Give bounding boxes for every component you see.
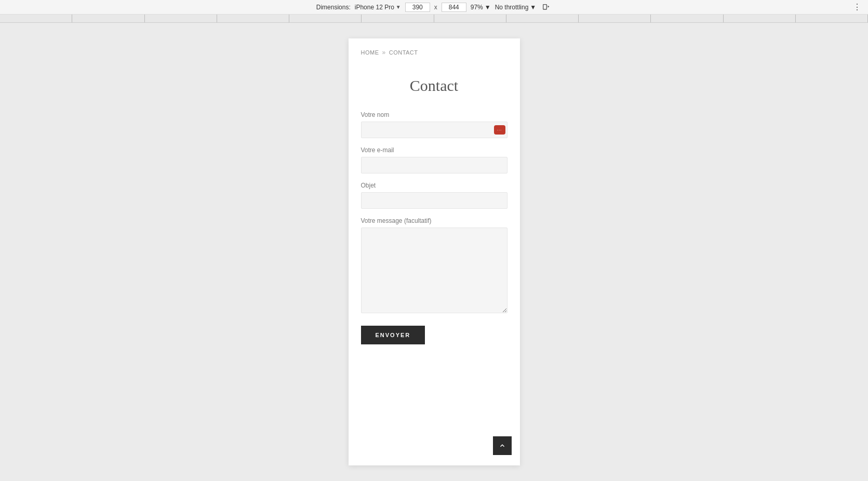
subject-field-group: Objet	[361, 182, 508, 209]
ruler-segment	[72, 15, 144, 22]
ruler-segment	[217, 15, 289, 22]
more-options-icon[interactable]: ⋮	[853, 2, 862, 12]
subject-input[interactable]	[361, 192, 508, 209]
throttle-label: No throttling	[495, 4, 529, 11]
subject-label: Objet	[361, 182, 508, 189]
breadcrumb: HOME » CONTACT	[361, 49, 508, 56]
ruler-segment	[506, 15, 579, 22]
scroll-top-button[interactable]	[493, 436, 512, 455]
toolbar: Dimensions: iPhone 12 Pro ▼ x 97% ▼ No t…	[0, 0, 868, 15]
email-field-group: Votre e-mail	[361, 146, 508, 173]
submit-button[interactable]: ENVOYER	[361, 326, 425, 344]
throttle-selector[interactable]: No throttling ▼	[495, 4, 537, 11]
ruler-segment	[434, 15, 506, 22]
form-bottom-row: ENVOYER	[361, 322, 508, 344]
breadcrumb-current: CONTACT	[389, 49, 418, 56]
email-input[interactable]	[361, 157, 508, 173]
message-field-group: Votre message (facultatif)	[361, 217, 508, 313]
svg-rect-0	[543, 4, 547, 9]
keyboard-icon[interactable]: ···	[494, 125, 505, 135]
width-input[interactable]	[405, 3, 430, 12]
contact-form: Votre nom ··· Votre e-mail Objet Votre m…	[361, 111, 508, 344]
name-input-wrapper: ···	[361, 122, 508, 138]
ruler-segment	[724, 15, 796, 22]
message-label: Votre message (facultatif)	[361, 217, 508, 224]
throttle-chevron-icon: ▼	[530, 4, 536, 11]
ruler-segment	[289, 15, 362, 22]
device-chevron-icon: ▼	[396, 4, 401, 10]
toolbar-center: Dimensions: iPhone 12 Pro ▼ x 97% ▼ No t…	[316, 2, 552, 13]
ruler-marks	[0, 15, 868, 22]
main-area: HOME » CONTACT Contact Votre nom ··· Vot…	[0, 23, 868, 481]
name-input[interactable]	[361, 122, 508, 138]
dimensions-label: Dimensions:	[316, 4, 351, 11]
name-label: Votre nom	[361, 111, 508, 118]
page-title: Contact	[361, 77, 508, 95]
x-separator: x	[434, 4, 437, 11]
ruler-segment	[145, 15, 217, 22]
breadcrumb-home[interactable]: HOME	[361, 49, 379, 56]
ruler-segment	[0, 15, 72, 22]
email-label: Votre e-mail	[361, 146, 508, 154]
ruler	[0, 15, 868, 23]
ruler-segment	[796, 15, 868, 22]
message-textarea[interactable]	[361, 228, 508, 313]
breadcrumb-separator: »	[382, 49, 386, 56]
name-field-group: Votre nom ···	[361, 111, 508, 138]
device-name: iPhone 12 Pro	[355, 4, 394, 11]
ruler-segment	[579, 15, 651, 22]
height-input[interactable]	[442, 3, 466, 12]
page-card: HOME » CONTACT Contact Votre nom ··· Vot…	[349, 38, 520, 465]
device-selector[interactable]: iPhone 12 Pro ▼	[355, 4, 401, 11]
rotate-icon[interactable]	[540, 2, 552, 13]
ruler-segment	[362, 15, 434, 22]
zoom-level: 97%	[471, 4, 483, 11]
zoom-chevron-icon: ▼	[485, 4, 491, 11]
zoom-selector[interactable]: 97% ▼	[471, 4, 491, 11]
ruler-segment	[651, 15, 723, 22]
